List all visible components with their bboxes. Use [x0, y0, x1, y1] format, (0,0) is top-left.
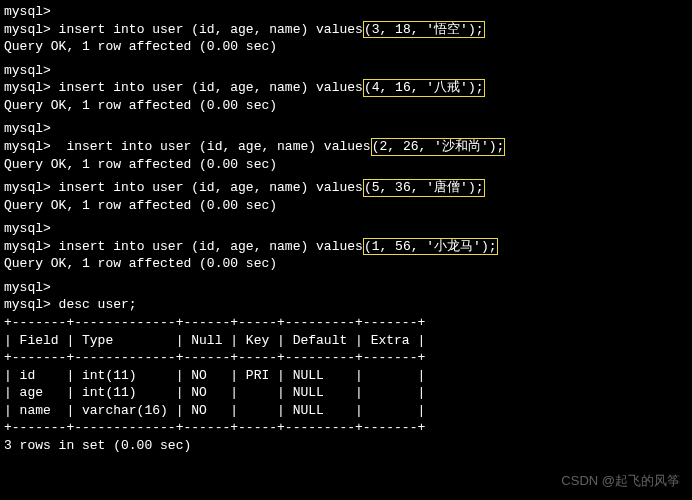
highlight-values: (2, 26, '沙和尚'); — [371, 138, 506, 156]
mysql-prompt: mysql> — [4, 221, 51, 236]
desc-line: mysql> desc user; — [4, 296, 688, 314]
table-row: | name | varchar(16) | NO | | NULL | | — [4, 402, 688, 420]
query-ok: Query OK, 1 row affected (0.00 sec) — [4, 197, 688, 215]
query-ok: Query OK, 1 row affected (0.00 sec) — [4, 255, 688, 273]
mysql-prompt: mysql> — [4, 63, 51, 78]
insert-line-1: mysql> insert into user (id, age, name) … — [4, 21, 688, 39]
highlight-values: (1, 56, '小龙马'); — [363, 238, 498, 256]
table-border: +-------+-------------+------+-----+----… — [4, 349, 688, 367]
mysql-prompt: mysql> — [4, 297, 51, 312]
sql-text: insert into user (id, age, name) values — [51, 22, 363, 37]
insert-line-4: mysql> insert into user (id, age, name) … — [4, 179, 688, 197]
mysql-prompt: mysql> — [4, 280, 51, 295]
result-footer: 3 rows in set (0.00 sec) — [4, 437, 688, 455]
mysql-prompt: mysql> — [4, 180, 51, 195]
sql-text: insert into user (id, age, name) values — [51, 180, 363, 195]
insert-line-3: mysql> insert into user (id, age, name) … — [4, 138, 688, 156]
table-row: | id | int(11) | NO | PRI | NULL | | — [4, 367, 688, 385]
prompt-line: mysql> — [4, 62, 688, 80]
mysql-prompt: mysql> — [4, 80, 51, 95]
sql-text: insert into user (id, age, name) values — [51, 139, 371, 154]
query-ok: Query OK, 1 row affected (0.00 sec) — [4, 38, 688, 56]
mysql-prompt: mysql> — [4, 4, 51, 19]
sql-text: insert into user (id, age, name) values — [51, 239, 363, 254]
terminal[interactable]: mysql> mysql> insert into user (id, age,… — [4, 3, 688, 454]
insert-line-5: mysql> insert into user (id, age, name) … — [4, 238, 688, 256]
prompt-line: mysql> — [4, 220, 688, 238]
mysql-prompt: mysql> — [4, 139, 51, 154]
mysql-prompt: mysql> — [4, 121, 51, 136]
prompt-line: mysql> — [4, 120, 688, 138]
table-border: +-------+-------------+------+-----+----… — [4, 314, 688, 332]
watermark: CSDN @起飞的风筝 — [561, 472, 680, 490]
table-row: | age | int(11) | NO | | NULL | | — [4, 384, 688, 402]
prompt-line: mysql> — [4, 279, 688, 297]
query-ok: Query OK, 1 row affected (0.00 sec) — [4, 156, 688, 174]
mysql-prompt: mysql> — [4, 22, 51, 37]
highlight-values: (5, 36, '唐僧'); — [363, 179, 485, 197]
highlight-values: (4, 16, '八戒'); — [363, 79, 485, 97]
query-ok: Query OK, 1 row affected (0.00 sec) — [4, 97, 688, 115]
prompt-line: mysql> — [4, 3, 688, 21]
desc-cmd: desc user; — [51, 297, 137, 312]
mysql-prompt: mysql> — [4, 239, 51, 254]
insert-line-2: mysql> insert into user (id, age, name) … — [4, 79, 688, 97]
table-header: | Field | Type | Null | Key | Default | … — [4, 332, 688, 350]
table-border: +-------+-------------+------+-----+----… — [4, 419, 688, 437]
highlight-values: (3, 18, '悟空'); — [363, 21, 485, 39]
sql-text: insert into user (id, age, name) values — [51, 80, 363, 95]
